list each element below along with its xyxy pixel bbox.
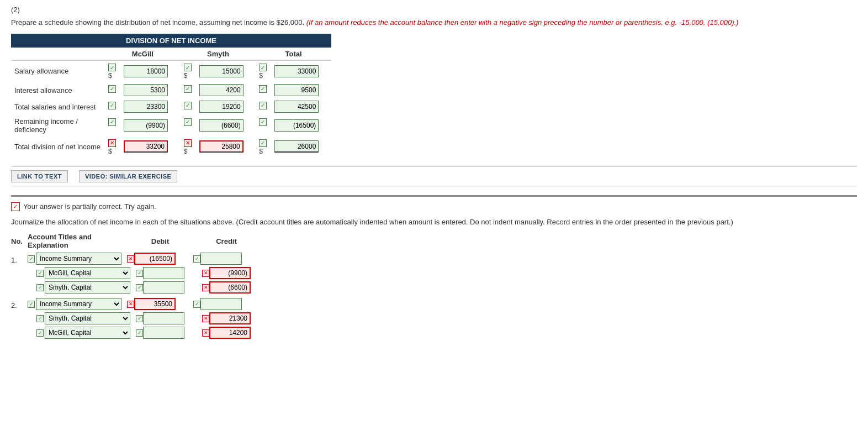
journal-debit-2-2[interactable]: [143, 312, 184, 324]
input-mcgill-totdiv[interactable]: [124, 140, 168, 153]
journal-credit-2-2[interactable]: [209, 312, 251, 324]
row-label-salary: Salary allowance: [11, 60, 105, 82]
row-label-remaining: Remaining income / deficiency: [11, 115, 105, 136]
input-mcgill-remaining[interactable]: [124, 119, 168, 132]
input-total-totdiv[interactable]: [274, 140, 319, 153]
journal-credit-2-1[interactable]: [200, 298, 242, 310]
debit-cell-1-1: ✕: [127, 253, 193, 265]
row-label-interest: Interest allowance: [11, 82, 105, 98]
account-select-1-2[interactable]: Income Summary McGill, Capital Smyth, Ca…: [45, 267, 130, 279]
link-to-text-button[interactable]: LINK TO TEXT: [11, 170, 68, 182]
red-instruction: (If an amount reduces the account balanc…: [306, 18, 739, 27]
check-credit-1-2: ✕: [202, 270, 209, 277]
table-row: Total salaries and interest ✓ ✓ ✓: [11, 98, 331, 115]
journal-entry-2: 2. ✓ Income Summary McGill, Capital Smyt…: [11, 298, 857, 339]
journal-row: ✓ Income Summary McGill, Capital Smyth, …: [20, 267, 857, 279]
check-smyth-totsal: ✓: [184, 102, 192, 109]
entry-num-2: 2.: [11, 299, 28, 310]
account-select-1-3[interactable]: Income Summary McGill, Capital Smyth, Ca…: [45, 281, 130, 294]
credit-cell-1-1: ✓: [193, 253, 260, 265]
entry-num-spacer: [20, 317, 36, 319]
partial-text: Your answer is partially correct. Try ag…: [23, 202, 156, 211]
table-row: Total division of net income ✕ $ ✕ $ ✓ $: [11, 136, 331, 158]
input-smyth-totsal[interactable]: [199, 101, 244, 113]
account-select-1-1[interactable]: Income Summary McGill, Capital Smyth, Ca…: [36, 253, 121, 265]
journal-credit-1-2[interactable]: [209, 267, 251, 279]
check-total-interest: ✓: [259, 85, 267, 93]
debit-cell-2-3: ✓: [136, 327, 202, 339]
col-smyth: Smyth: [181, 48, 256, 61]
check-credit-2-1: ✓: [193, 301, 200, 308]
entry-num-spacer: [20, 286, 36, 289]
credit-cell-1-2: ✕: [202, 267, 268, 279]
input-smyth-salary[interactable]: [199, 65, 244, 77]
journal-header: No. Account Titles and Explanation Debit…: [11, 233, 857, 249]
row-label-total-sal: Total salaries and interest: [11, 98, 105, 115]
journal-debit-2-1[interactable]: [134, 298, 176, 310]
journal-row: 1. ✓ Income Summary McGill, Capital Smyt…: [11, 253, 857, 265]
check-debit-2-3: ✓: [136, 329, 143, 337]
journal-credit-1-1[interactable]: [200, 253, 242, 265]
account-cell: ✓ Income Summary McGill, Capital Smyth, …: [28, 253, 127, 265]
check-smyth-remaining: ✓: [184, 118, 192, 126]
input-smyth-interest[interactable]: [199, 84, 244, 96]
check-account-1-2: ✓: [36, 270, 44, 277]
input-total-interest[interactable]: [274, 84, 319, 96]
debit-cell-1-2: ✓: [136, 267, 202, 279]
check-smyth-interest: ✓: [184, 85, 192, 93]
check-debit-2-2: ✓: [136, 315, 143, 322]
check-mcgill-remaining: ✓: [108, 118, 116, 126]
credit-cell-2-3: ✕: [202, 327, 268, 339]
check-credit-1-3: ✕: [202, 284, 209, 291]
journal-debit-1-2[interactable]: [143, 267, 184, 279]
debit-cell-1-3: ✓: [136, 281, 202, 294]
input-mcgill-salary[interactable]: [124, 65, 168, 77]
input-total-salary[interactable]: [274, 65, 319, 77]
partial-icon: ✓: [11, 202, 20, 211]
check-total-totsal: ✓: [259, 102, 267, 109]
input-smyth-totdiv[interactable]: [199, 140, 244, 153]
input-total-remaining[interactable]: [274, 119, 319, 132]
journal-credit-1-3[interactable]: [209, 281, 251, 294]
account-select-2-2[interactable]: Income Summary McGill, Capital Smyth, Ca…: [45, 312, 130, 324]
check-total-salary: ✓: [259, 64, 267, 71]
credit-cell-2-2: ✕: [202, 312, 268, 324]
journal-entry-1: 1. ✓ Income Summary McGill, Capital Smyt…: [11, 253, 857, 294]
journal-section: No. Account Titles and Explanation Debit…: [11, 233, 857, 339]
input-mcgill-interest[interactable]: [124, 84, 168, 96]
check-mcgill-totsal: ✓: [108, 102, 116, 109]
check-account-2-1: ✓: [28, 301, 35, 308]
check-debit-1-3: ✓: [136, 284, 143, 291]
table-row: Interest allowance ✓ ✓ ✓: [11, 82, 331, 98]
check-smyth-totdiv: ✕: [184, 139, 192, 147]
account-select-2-3[interactable]: Income Summary McGill, Capital Smyth, Ca…: [45, 327, 130, 339]
account-cell: ✓ Income Summary McGill, Capital Smyth, …: [36, 312, 136, 324]
input-smyth-remaining[interactable]: [199, 119, 244, 132]
check-credit-2-2: ✕: [202, 315, 209, 322]
section-divider: [11, 195, 857, 197]
check-mcgill-totdiv: ✕: [108, 139, 116, 147]
check-debit-1-2: ✓: [136, 270, 143, 277]
journal-debit-1-1[interactable]: [134, 253, 176, 265]
check-mcgill-salary: ✓: [108, 64, 116, 71]
video-similar-button[interactable]: VIDEO: SIMILAR EXERCISE: [79, 170, 177, 182]
check-account-1-3: ✓: [36, 284, 44, 291]
table-title: DIVISION OF NET INCOME: [11, 34, 331, 48]
journal-credit-2-3[interactable]: [209, 327, 251, 339]
account-cell: ✓ Income Summary McGill, Capital Smyth, …: [36, 281, 136, 294]
journal-debit-2-3[interactable]: [143, 327, 184, 339]
input-total-totsal[interactable]: [274, 101, 319, 113]
check-total-totdiv: ✓: [259, 139, 267, 147]
check-debit-1-1: ✕: [127, 255, 134, 263]
journal-row: ✓ Income Summary McGill, Capital Smyth, …: [20, 312, 857, 324]
account-select-2-1[interactable]: Income Summary McGill, Capital Smyth, Ca…: [36, 298, 121, 310]
header-debit: Debit: [127, 237, 193, 245]
input-mcgill-totsal[interactable]: [124, 101, 168, 113]
check-credit-2-3: ✕: [202, 329, 209, 337]
col-mcgill: McGill: [105, 48, 181, 61]
check-credit-1-1: ✓: [193, 255, 200, 263]
journal-debit-1-3[interactable]: [143, 281, 184, 294]
header-account: Account Titles and Explanation: [28, 233, 127, 249]
debit-cell-2-1: ✕: [127, 298, 193, 310]
check-account-2-2: ✓: [36, 315, 44, 322]
